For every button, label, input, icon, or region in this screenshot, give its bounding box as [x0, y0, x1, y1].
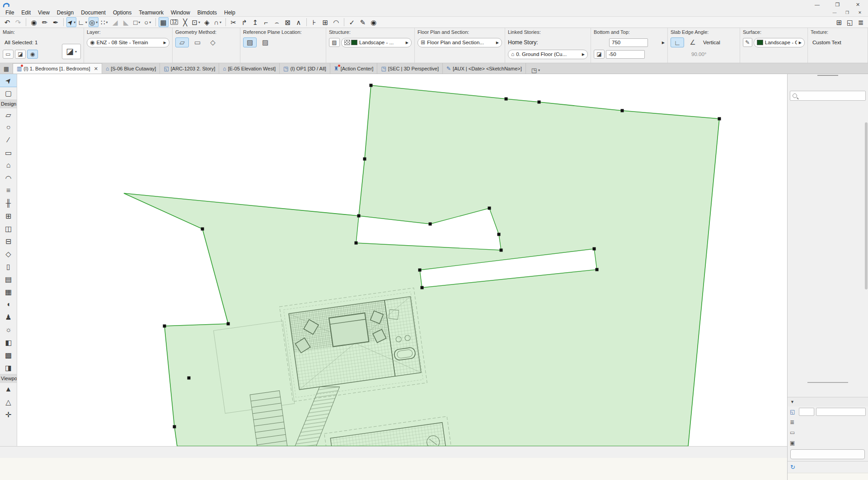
- organizer-icon[interactable]: ≣: [856, 17, 866, 27]
- menu-window[interactable]: Window: [167, 9, 194, 16]
- mesh-vertex-handle[interactable]: [163, 325, 166, 328]
- check-elements-icon[interactable]: ✓: [347, 17, 357, 27]
- stair-tool-icon[interactable]: ≡: [0, 184, 17, 197]
- opening-tool-icon[interactable]: ▯: [0, 260, 17, 273]
- mesh-vertex-handle[interactable]: [593, 247, 596, 251]
- graphisoft-id-bar[interactable]: ↻: [788, 461, 868, 473]
- select-tool-icon[interactable]: ➤: [0, 74, 17, 87]
- tab-8[interactable]: ✎[AUX | <Date> <SketchName>]: [443, 63, 526, 74]
- split-tool-icon[interactable]: ✂: [229, 17, 239, 27]
- layer-combo[interactable]: ◉ENZ - 08 Site - Terrain▶: [87, 38, 169, 47]
- quad-view-button[interactable]: ▦: [1, 64, 12, 74]
- dropdown-caret-icon[interactable]: ▾: [138, 20, 140, 24]
- tab-close-icon[interactable]: ✕: [94, 66, 98, 72]
- marquee-tool-mini[interactable]: ◪: [15, 50, 26, 59]
- guide-segment-icon[interactable]: ◢: [110, 17, 120, 27]
- curtain-wall-tool-icon[interactable]: ⊞: [0, 210, 17, 222]
- doc-close-button[interactable]: ✕: [854, 9, 866, 16]
- favorites-mini[interactable]: ◉: [27, 50, 38, 59]
- pick-up-parameters-icon[interactable]: ◉: [29, 17, 39, 27]
- morph-tool-icon[interactable]: ◧: [0, 336, 17, 349]
- grid-snap-icon[interactable]: ▦: [159, 17, 169, 27]
- view-name-field[interactable]: [816, 408, 866, 416]
- elevate-tool-icon[interactable]: ↥: [250, 17, 260, 27]
- dropdown-caret-icon[interactable]: ▾: [85, 20, 87, 24]
- lamp-tool-icon[interactable]: ☼: [0, 323, 17, 336]
- undo-icon[interactable]: ↶: [2, 17, 12, 27]
- refplane-top[interactable]: ▨: [258, 37, 272, 47]
- offset-icon[interactable]: ◪: [594, 50, 605, 59]
- menu-file[interactable]: File: [2, 9, 18, 16]
- visibility-tool-icon[interactable]: ◉: [369, 17, 379, 27]
- guide-line-icon[interactable]: ◣: [121, 17, 131, 27]
- column-tool-icon[interactable]: ○: [0, 121, 17, 134]
- mesh-tool-icon[interactable]: ▦: [0, 285, 17, 298]
- drawing-canvas[interactable]: [17, 74, 787, 446]
- arc-display-icon[interactable]: ◠: [331, 17, 341, 27]
- ceiling-tool-icon[interactable]: ◨: [0, 361, 17, 374]
- dimension-12-icon[interactable]: 12: [169, 17, 179, 27]
- object-tool-icon[interactable]: ♟: [0, 311, 17, 323]
- view-id-field[interactable]: [799, 408, 814, 416]
- mesh-vertex-handle[interactable]: [718, 117, 721, 121]
- explode-tool-icon[interactable]: ⊠: [283, 17, 293, 27]
- menu-design[interactable]: Design: [53, 9, 77, 16]
- dropdown-caret-icon[interactable]: ▾: [149, 20, 151, 24]
- geometry-rotated[interactable]: ◇: [206, 37, 220, 47]
- mesh-vertex-handle[interactable]: [429, 223, 432, 226]
- trim-tool-icon[interactable]: ∟▾: [77, 17, 88, 27]
- circle-tool-icon[interactable]: ○▾: [143, 17, 153, 27]
- search-input[interactable]: [800, 93, 868, 98]
- home-story-combo[interactable]: ⌂0. Ground Floor (Cu...▶: [508, 50, 588, 59]
- shell-freeform-tool-icon[interactable]: ◖: [0, 298, 17, 311]
- grid-tool-icon[interactable]: ▩: [0, 349, 17, 361]
- mesh-vertex-handle[interactable]: [500, 249, 503, 252]
- maximize-button[interactable]: ❐: [827, 0, 848, 9]
- tab-6[interactable]: ♜[Action Center]: [330, 63, 378, 74]
- structure-fill-mini[interactable]: ▨: [329, 38, 340, 47]
- shell-tool-icon[interactable]: ◠: [0, 172, 17, 184]
- side-caret-icon[interactable]: ▶: [662, 41, 665, 45]
- tab-5[interactable]: ◳(I) OP1 [3D / All]: [280, 63, 330, 74]
- level-tool-icon[interactable]: △: [0, 396, 17, 408]
- mesh-vertex-handle[interactable]: [488, 207, 491, 210]
- doc-minimize-button[interactable]: —: [828, 9, 841, 16]
- corner-tool-icon[interactable]: ⌐: [261, 17, 271, 27]
- dropdown-caret-icon[interactable]: ▾: [96, 20, 98, 24]
- close-button[interactable]: ✕: [848, 0, 868, 9]
- mesh-vertex-handle[interactable]: [538, 101, 541, 104]
- menu-bimdots[interactable]: Bimdots: [194, 9, 221, 16]
- layout-grid-icon[interactable]: ⊞: [320, 17, 330, 27]
- story-marker-tool-icon[interactable]: ▲: [0, 383, 17, 396]
- snap-reference-icon[interactable]: ◎▾: [89, 17, 99, 27]
- annotate-tool-icon[interactable]: ✎: [358, 17, 368, 27]
- display-combo[interactable]: ⊞Floor Plan and Section...▶: [418, 38, 502, 47]
- slab-tool-icon[interactable]: ▭: [0, 146, 17, 159]
- frame-tool-icon[interactable]: □▾: [132, 17, 142, 27]
- redo-icon[interactable]: ↷: [13, 17, 23, 27]
- mesh-vertex-handle[interactable]: [173, 425, 176, 429]
- layout-ref-row[interactable]: ▣: [788, 438, 868, 448]
- panel-divider[interactable]: [788, 381, 868, 384]
- wall-tool-icon[interactable]: ▱: [0, 108, 17, 121]
- refplane-bottom[interactable]: ▨: [243, 37, 257, 47]
- arrow-tool-mini[interactable]: ▭: [3, 50, 14, 59]
- tab-7[interactable]: ◳[SEC | 3D Perspective]: [377, 63, 443, 74]
- surface-paint-mini[interactable]: ✎: [743, 38, 752, 47]
- mesh-vertex-handle[interactable]: [370, 84, 373, 87]
- view-map-search[interactable]: [790, 91, 866, 101]
- mesh-vertex-handle[interactable]: [596, 268, 599, 271]
- skylight-tool-icon[interactable]: ◇: [0, 247, 17, 260]
- fillet-tool-icon[interactable]: ⌢: [272, 17, 282, 27]
- beam-tool-icon[interactable]: ∕: [0, 134, 17, 146]
- scale-row[interactable]: ▭: [788, 427, 868, 438]
- railing-tool-icon[interactable]: ╫: [0, 197, 17, 210]
- properties-header[interactable]: ▼: [788, 397, 868, 406]
- snap-points-icon[interactable]: ∷▾: [99, 17, 109, 27]
- tree-scrollbar[interactable]: [865, 122, 868, 289]
- menu-document[interactable]: Document: [77, 9, 109, 16]
- geometry-rectangle[interactable]: ▭: [191, 37, 204, 47]
- dropdown-caret-icon[interactable]: ▾: [220, 20, 221, 24]
- tab-4[interactable]: ⌂[E-05 Elevation West]: [219, 63, 280, 74]
- mesh-vertex-handle[interactable]: [505, 98, 508, 101]
